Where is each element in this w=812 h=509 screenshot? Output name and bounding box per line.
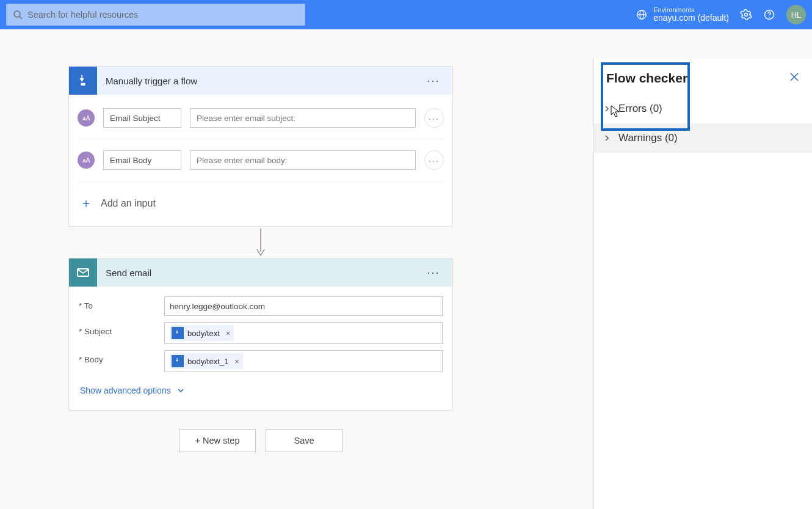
globe-icon (636, 9, 647, 20)
flow-canvas: Manually trigger a flow ··· ᴀA Email Sub… (0, 29, 812, 509)
token-icon (172, 355, 184, 367)
trigger-icon (69, 67, 97, 95)
add-input-button[interactable]: ＋ Add an input (78, 181, 444, 226)
top-bar: Environments enayu.com (default) HL (0, 0, 812, 29)
advanced-label: Show advanced options (80, 386, 171, 395)
param-name-field[interactable]: Email Subject (103, 108, 181, 128)
svg-point-0 (14, 11, 20, 17)
svg-rect-8 (81, 83, 85, 86)
param-name-field[interactable]: Email Body (103, 150, 181, 170)
errors-label: Errors (0) (618, 103, 662, 115)
trigger-param-row: ᴀA Email Body Please enter email body: ·… (78, 139, 444, 181)
show-advanced-options[interactable]: Show advanced options (79, 378, 443, 405)
mail-icon (69, 258, 97, 287)
trigger-header[interactable]: Manually trigger a flow ··· (69, 67, 452, 95)
dynamic-token[interactable]: body/text_1 × (170, 353, 243, 369)
token-icon (172, 327, 184, 339)
text-param-icon: ᴀA (78, 109, 95, 126)
close-icon[interactable] (789, 71, 800, 85)
warnings-row[interactable]: Warnings (0) (594, 123, 812, 153)
gear-icon[interactable] (740, 9, 752, 21)
token-remove[interactable]: × (226, 329, 231, 338)
dynamic-token[interactable]: body/text × (170, 325, 234, 341)
svg-point-7 (769, 17, 769, 18)
param-menu-button[interactable]: ··· (424, 150, 444, 170)
action-menu-button[interactable]: ··· (422, 263, 445, 282)
param-value-field[interactable]: Please enter email body: (190, 150, 416, 170)
to-label: * To (79, 296, 164, 310)
search-input[interactable] (27, 10, 299, 20)
help-icon[interactable] (763, 9, 775, 21)
flow-checker-panel: Flow checker Errors (0) Warnings (0) (593, 59, 812, 509)
connector-arrow (256, 229, 266, 257)
action-card: Send email ··· * To henry.legge@outlook.… (68, 258, 453, 411)
trigger-card: Manually trigger a flow ··· ᴀA Email Sub… (68, 66, 453, 227)
body-input[interactable]: body/text_1 × (164, 350, 443, 372)
save-button[interactable]: Save (266, 429, 343, 452)
text-param-icon: ᴀA (78, 152, 95, 169)
new-step-button[interactable]: + New step (179, 429, 256, 452)
token-label: body/text (187, 329, 220, 338)
chevron-down-icon (177, 387, 184, 394)
plus-icon: ＋ (80, 195, 92, 211)
chevron-right-icon (601, 105, 612, 112)
to-input[interactable]: henry.legge@outlook.com (164, 296, 443, 316)
token-label: body/text_1 (187, 357, 228, 366)
search-icon (13, 10, 23, 20)
trigger-menu-button[interactable]: ··· (422, 71, 445, 90)
chevron-right-icon (601, 134, 612, 142)
errors-row[interactable]: Errors (0) (594, 94, 812, 123)
subject-input[interactable]: body/text × (164, 322, 443, 344)
flow-checker-title: Flow checker (606, 71, 687, 86)
body-label: * Body (79, 350, 164, 364)
subject-label: * Subject (79, 322, 164, 336)
svg-point-5 (745, 13, 748, 16)
svg-line-1 (20, 16, 22, 19)
environment-name: enayu.com (default) (653, 13, 729, 23)
avatar[interactable]: HL (786, 5, 806, 24)
action-header[interactable]: Send email ··· (69, 258, 452, 287)
warnings-label: Warnings (0) (618, 132, 678, 144)
trigger-param-row: ᴀA Email Subject Please enter email subj… (78, 97, 444, 139)
environment-label: Environments (653, 6, 729, 13)
action-title: Send email (106, 268, 422, 278)
trigger-title: Manually trigger a flow (106, 76, 422, 86)
environment-picker[interactable]: Environments enayu.com (default) (636, 6, 729, 23)
bottom-buttons: + New step Save (68, 429, 453, 452)
param-menu-button[interactable]: ··· (424, 108, 444, 128)
add-input-label: Add an input (101, 198, 156, 209)
param-value-field[interactable]: Please enter email subject: (190, 108, 416, 128)
search-box[interactable] (6, 4, 305, 26)
topbar-right: Environments enayu.com (default) HL (636, 5, 806, 24)
token-remove[interactable]: × (234, 357, 239, 366)
